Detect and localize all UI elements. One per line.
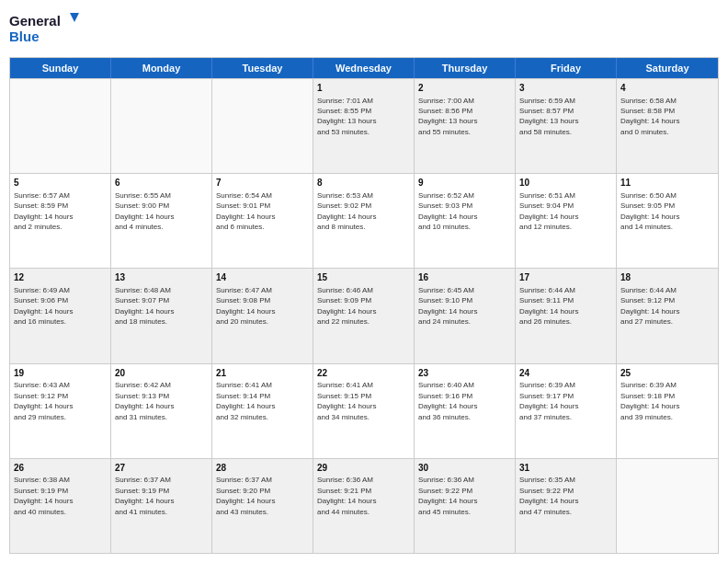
day-number: 28 (216, 462, 309, 475)
calendar-header-cell: Saturday (617, 58, 718, 78)
day-number: 4 (620, 82, 714, 95)
calendar-header-cell: Friday (516, 58, 617, 78)
day-info: Sunrise: 6:50 AM Sunset: 9:05 PM Dayligh… (620, 191, 679, 231)
day-info: Sunrise: 6:54 AM Sunset: 9:01 PM Dayligh… (216, 191, 275, 231)
calendar-cell (10, 79, 111, 173)
calendar-week: 12Sunrise: 6:49 AM Sunset: 9:06 PM Dayli… (10, 268, 718, 362)
day-info: Sunrise: 6:37 AM Sunset: 9:19 PM Dayligh… (115, 476, 174, 515)
calendar-body: 1Sunrise: 7:01 AM Sunset: 8:55 PM Daylig… (10, 78, 718, 553)
day-number: 2 (418, 82, 511, 95)
calendar-cell: 10Sunrise: 6:51 AM Sunset: 9:04 PM Dayli… (516, 174, 617, 268)
calendar-cell: 11Sunrise: 6:50 AM Sunset: 9:05 PM Dayli… (617, 174, 718, 268)
calendar-cell: 20Sunrise: 6:42 AM Sunset: 9:13 PM Dayli… (111, 364, 212, 458)
calendar-cell: 29Sunrise: 6:36 AM Sunset: 9:21 PM Dayli… (313, 459, 415, 553)
day-info: Sunrise: 6:58 AM Sunset: 8:58 PM Dayligh… (620, 97, 679, 136)
logo-svg: General Blue (9, 9, 83, 50)
calendar-cell: 26Sunrise: 6:38 AM Sunset: 9:19 PM Dayli… (10, 459, 111, 553)
calendar-week: 19Sunrise: 6:43 AM Sunset: 9:12 PM Dayli… (10, 363, 718, 458)
day-info: Sunrise: 6:51 AM Sunset: 9:04 PM Dayligh… (519, 191, 578, 231)
calendar-cell: 15Sunrise: 6:46 AM Sunset: 9:09 PM Dayli… (313, 269, 415, 362)
calendar-cell: 13Sunrise: 6:48 AM Sunset: 9:07 PM Dayli… (111, 269, 212, 362)
day-info: Sunrise: 6:44 AM Sunset: 9:12 PM Dayligh… (620, 286, 679, 326)
day-number: 30 (418, 462, 511, 475)
calendar-cell: 1Sunrise: 7:01 AM Sunset: 8:55 PM Daylig… (313, 79, 415, 173)
calendar-cell: 31Sunrise: 6:35 AM Sunset: 9:22 PM Dayli… (516, 459, 617, 553)
day-info: Sunrise: 6:59 AM Sunset: 8:57 PM Dayligh… (519, 97, 578, 136)
header: General Blue (9, 9, 719, 50)
day-info: Sunrise: 6:37 AM Sunset: 9:20 PM Dayligh… (216, 476, 275, 515)
calendar-cell: 16Sunrise: 6:45 AM Sunset: 9:10 PM Dayli… (415, 269, 516, 362)
day-number: 1 (317, 82, 410, 95)
calendar-cell: 3Sunrise: 6:59 AM Sunset: 8:57 PM Daylig… (516, 79, 617, 173)
day-info: Sunrise: 6:49 AM Sunset: 9:06 PM Dayligh… (14, 286, 73, 326)
day-info: Sunrise: 6:36 AM Sunset: 9:22 PM Dayligh… (418, 476, 477, 515)
day-info: Sunrise: 6:40 AM Sunset: 9:16 PM Dayligh… (418, 381, 477, 420)
day-number: 29 (317, 462, 410, 475)
day-info: Sunrise: 6:42 AM Sunset: 9:13 PM Dayligh… (115, 381, 174, 420)
calendar-cell: 5Sunrise: 6:57 AM Sunset: 8:59 PM Daylig… (10, 174, 111, 268)
calendar-week: 5Sunrise: 6:57 AM Sunset: 8:59 PM Daylig… (10, 173, 718, 268)
calendar-header-cell: Tuesday (212, 58, 313, 78)
day-info: Sunrise: 6:43 AM Sunset: 9:12 PM Dayligh… (14, 381, 73, 420)
day-number: 22 (317, 367, 410, 380)
day-number: 5 (14, 177, 107, 190)
day-info: Sunrise: 6:39 AM Sunset: 9:18 PM Dayligh… (620, 381, 679, 420)
day-number: 3 (519, 82, 612, 95)
calendar-header-cell: Wednesday (313, 58, 415, 78)
calendar-header-cell: Sunday (10, 58, 111, 78)
day-info: Sunrise: 6:57 AM Sunset: 8:59 PM Dayligh… (14, 191, 73, 231)
day-info: Sunrise: 6:45 AM Sunset: 9:10 PM Dayligh… (418, 286, 477, 326)
day-number: 26 (14, 462, 107, 475)
day-info: Sunrise: 6:39 AM Sunset: 9:17 PM Dayligh… (519, 381, 578, 420)
calendar-cell: 28Sunrise: 6:37 AM Sunset: 9:20 PM Dayli… (212, 459, 313, 553)
day-info: Sunrise: 6:41 AM Sunset: 9:15 PM Dayligh… (317, 381, 376, 420)
day-number: 10 (519, 177, 612, 190)
calendar-header-cell: Monday (111, 58, 212, 78)
logo: General Blue (9, 9, 83, 50)
day-info: Sunrise: 6:36 AM Sunset: 9:21 PM Dayligh… (317, 476, 376, 515)
day-number: 12 (14, 271, 107, 284)
calendar-cell: 25Sunrise: 6:39 AM Sunset: 9:18 PM Dayli… (617, 364, 718, 458)
calendar-cell: 14Sunrise: 6:47 AM Sunset: 9:08 PM Dayli… (212, 269, 313, 362)
svg-marker-2 (70, 13, 79, 22)
calendar-cell: 4Sunrise: 6:58 AM Sunset: 8:58 PM Daylig… (617, 79, 718, 173)
day-info: Sunrise: 6:52 AM Sunset: 9:03 PM Dayligh… (418, 191, 477, 231)
day-number: 8 (317, 177, 410, 190)
day-info: Sunrise: 7:00 AM Sunset: 8:56 PM Dayligh… (418, 97, 477, 136)
day-number: 24 (519, 367, 612, 380)
calendar-header-cell: Thursday (415, 58, 516, 78)
day-number: 16 (418, 271, 511, 284)
calendar-cell: 9Sunrise: 6:52 AM Sunset: 9:03 PM Daylig… (415, 174, 516, 268)
page: General Blue SundayMondayTuesdayWednesda… (0, 0, 728, 563)
calendar-cell: 8Sunrise: 6:53 AM Sunset: 9:02 PM Daylig… (313, 174, 415, 268)
day-info: Sunrise: 6:53 AM Sunset: 9:02 PM Dayligh… (317, 191, 376, 231)
calendar-cell: 19Sunrise: 6:43 AM Sunset: 9:12 PM Dayli… (10, 364, 111, 458)
day-number: 23 (418, 367, 511, 380)
day-info: Sunrise: 6:41 AM Sunset: 9:14 PM Dayligh… (216, 381, 275, 420)
day-number: 27 (115, 462, 208, 475)
calendar-cell: 21Sunrise: 6:41 AM Sunset: 9:14 PM Dayli… (212, 364, 313, 458)
day-number: 14 (216, 271, 309, 284)
day-number: 9 (418, 177, 511, 190)
calendar-cell: 27Sunrise: 6:37 AM Sunset: 9:19 PM Dayli… (111, 459, 212, 553)
day-info: Sunrise: 6:35 AM Sunset: 9:22 PM Dayligh… (519, 476, 578, 515)
day-number: 21 (216, 367, 309, 380)
calendar-cell: 18Sunrise: 6:44 AM Sunset: 9:12 PM Dayli… (617, 269, 718, 362)
svg-text:General: General (9, 13, 61, 29)
day-info: Sunrise: 6:55 AM Sunset: 9:00 PM Dayligh… (115, 191, 174, 231)
calendar-cell: 7Sunrise: 6:54 AM Sunset: 9:01 PM Daylig… (212, 174, 313, 268)
calendar-cell (111, 79, 212, 173)
calendar-header-row: SundayMondayTuesdayWednesdayThursdayFrid… (10, 58, 718, 78)
calendar-week: 1Sunrise: 7:01 AM Sunset: 8:55 PM Daylig… (10, 78, 718, 173)
day-info: Sunrise: 6:47 AM Sunset: 9:08 PM Dayligh… (216, 286, 275, 326)
calendar-cell (212, 79, 313, 173)
day-number: 6 (115, 177, 208, 190)
calendar-cell: 17Sunrise: 6:44 AM Sunset: 9:11 PM Dayli… (516, 269, 617, 362)
day-number: 18 (620, 271, 714, 284)
calendar-cell: 30Sunrise: 6:36 AM Sunset: 9:22 PM Dayli… (415, 459, 516, 553)
svg-text:Blue: Blue (9, 29, 40, 44)
calendar-cell: 12Sunrise: 6:49 AM Sunset: 9:06 PM Dayli… (10, 269, 111, 362)
day-number: 25 (620, 367, 714, 380)
day-number: 19 (14, 367, 107, 380)
day-info: Sunrise: 7:01 AM Sunset: 8:55 PM Dayligh… (317, 97, 376, 136)
